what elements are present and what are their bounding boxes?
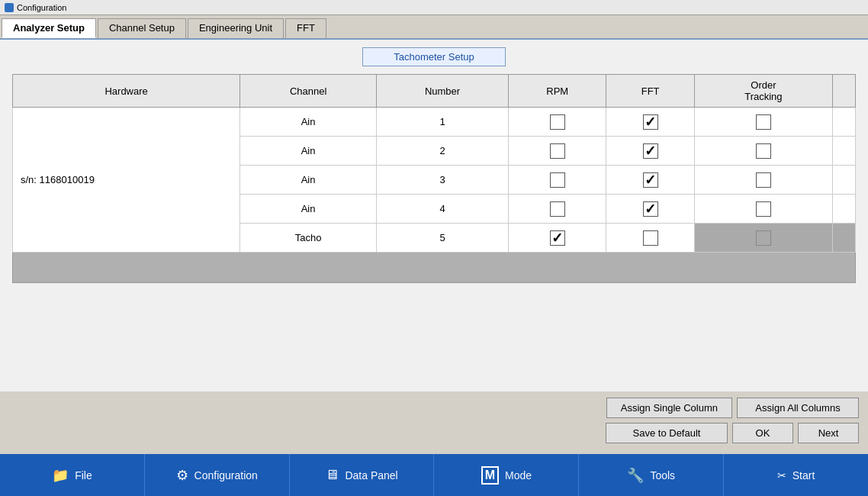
col-channel: Channel bbox=[240, 75, 377, 108]
content-area: Analyzer Setup Channel Setup Engineering… bbox=[0, 15, 868, 454]
fft-checkbox[interactable] bbox=[643, 114, 658, 130]
tab-channel-setup[interactable]: Channel Setup bbox=[98, 18, 186, 38]
cell-channel: Ain bbox=[240, 195, 377, 224]
taskbar-start[interactable]: ✂ Start bbox=[724, 454, 868, 496]
cell-number: 5 bbox=[376, 224, 508, 253]
cell-channel: Ain bbox=[240, 166, 377, 195]
cell-fft[interactable] bbox=[606, 224, 694, 253]
cell-order-tracking[interactable] bbox=[694, 108, 832, 137]
tab-bar: Analyzer Setup Channel Setup Engineering… bbox=[0, 15, 868, 40]
cell-order-tracking[interactable] bbox=[694, 224, 832, 253]
col-extra bbox=[833, 75, 856, 108]
taskbar-tools[interactable]: 🔧 Tools bbox=[579, 454, 724, 496]
cell-channel: Tacho bbox=[240, 224, 377, 253]
rpm-checkbox[interactable] bbox=[550, 114, 565, 130]
ok-button[interactable]: OK bbox=[732, 423, 793, 443]
assign-single-column-button[interactable]: Assign Single Column bbox=[606, 398, 732, 418]
cell-rpm[interactable] bbox=[509, 195, 606, 224]
taskbar-file[interactable]: 📁 File bbox=[0, 454, 145, 496]
col-rpm: RPM bbox=[509, 75, 606, 108]
cell-channel: Ain bbox=[240, 137, 377, 166]
cell-extra bbox=[833, 137, 856, 166]
save-to-default-button[interactable]: Save to Default bbox=[606, 423, 728, 443]
tachometer-setup-button[interactable]: Tachometer Setup bbox=[362, 47, 506, 66]
cell-extra bbox=[833, 108, 856, 137]
cell-number: 3 bbox=[376, 166, 508, 195]
title-bar-icon bbox=[5, 3, 14, 12]
cell-extra bbox=[833, 195, 856, 224]
btn-row-1: Assign Single Column Assign All Columns bbox=[9, 398, 859, 418]
cell-fft[interactable] bbox=[606, 108, 694, 137]
order-tracking-checkbox[interactable] bbox=[756, 114, 771, 130]
taskbar-data-panel[interactable]: 🖥 Data Panel bbox=[290, 454, 435, 496]
mode-icon: M bbox=[481, 466, 499, 485]
next-button[interactable]: Next bbox=[798, 423, 859, 443]
cell-rpm[interactable] bbox=[509, 108, 606, 137]
main-content: Tachometer Setup Hardware Channel Number… bbox=[0, 40, 868, 391]
taskbar-configuration-label: Configuration bbox=[194, 469, 258, 482]
cell-fft[interactable] bbox=[606, 166, 694, 195]
taskbar-configuration[interactable]: ⚙ Configuration bbox=[145, 454, 290, 496]
cell-number: 2 bbox=[376, 137, 508, 166]
col-fft: FFT bbox=[606, 75, 694, 108]
cell-order-tracking[interactable] bbox=[694, 137, 832, 166]
tab-analyzer-setup[interactable]: Analyzer Setup bbox=[2, 18, 96, 38]
cell-fft[interactable] bbox=[606, 195, 694, 224]
col-order-tracking: Order Tracking bbox=[694, 75, 832, 108]
taskbar-start-label: Start bbox=[792, 469, 815, 482]
taskbar-file-label: File bbox=[75, 469, 92, 482]
cell-rpm[interactable] bbox=[509, 166, 606, 195]
cell-channel: Ain bbox=[240, 108, 377, 137]
tab-engineering-unit[interactable]: Engineering Unit bbox=[188, 18, 284, 38]
table-row: s/n: 1168010019Ain1 bbox=[13, 108, 856, 137]
order-tracking-checkbox[interactable] bbox=[756, 201, 771, 217]
cell-number: 4 bbox=[376, 195, 508, 224]
tab-fft[interactable]: FFT bbox=[285, 18, 326, 38]
order-tracking-checkbox[interactable] bbox=[756, 172, 771, 188]
cell-order-tracking[interactable] bbox=[694, 166, 832, 195]
buttons-area: Assign Single Column Assign All Columns … bbox=[0, 391, 868, 454]
assign-all-columns-button[interactable]: Assign All Columns bbox=[737, 398, 859, 418]
cell-extra bbox=[833, 224, 856, 253]
order-tracking-checkbox[interactable] bbox=[756, 143, 771, 159]
col-hardware: Hardware bbox=[13, 75, 240, 108]
cell-fft[interactable] bbox=[606, 137, 694, 166]
rpm-checkbox[interactable] bbox=[550, 230, 565, 246]
btn-row-2: Save to Default OK Next bbox=[9, 423, 859, 443]
cell-order-tracking[interactable] bbox=[694, 195, 832, 224]
channel-table: Hardware Channel Number RPM FFT Order Tr… bbox=[12, 74, 856, 253]
taskbar-mode-label: Mode bbox=[505, 469, 532, 482]
taskbar: 📁 File ⚙ Configuration 🖥 Data Panel M Mo… bbox=[0, 454, 868, 496]
data-panel-icon: 🖥 bbox=[325, 467, 339, 483]
fft-checkbox[interactable] bbox=[643, 172, 658, 188]
rpm-checkbox[interactable] bbox=[550, 172, 565, 188]
fft-checkbox[interactable] bbox=[643, 201, 658, 217]
start-icon: ✂ bbox=[777, 469, 786, 482]
gray-spacer bbox=[12, 253, 856, 283]
title-bar: Configuration bbox=[0, 0, 868, 15]
tachometer-setup-wrapper: Tachometer Setup bbox=[12, 47, 856, 66]
col-number: Number bbox=[376, 75, 508, 108]
file-icon: 📁 bbox=[52, 467, 69, 484]
order-tracking-checkbox bbox=[756, 230, 771, 246]
rpm-checkbox[interactable] bbox=[550, 201, 565, 217]
fft-checkbox[interactable] bbox=[643, 143, 658, 159]
cell-rpm[interactable] bbox=[509, 224, 606, 253]
cell-number: 1 bbox=[376, 108, 508, 137]
fft-checkbox[interactable] bbox=[643, 230, 658, 246]
cell-rpm[interactable] bbox=[509, 137, 606, 166]
title-bar-text: Configuration bbox=[17, 3, 66, 12]
taskbar-mode[interactable]: M Mode bbox=[434, 454, 579, 496]
taskbar-data-panel-label: Data Panel bbox=[345, 469, 397, 482]
rpm-checkbox[interactable] bbox=[550, 143, 565, 159]
cell-extra bbox=[833, 166, 856, 195]
tools-icon: 🔧 bbox=[627, 467, 644, 484]
cell-hardware: s/n: 1168010019 bbox=[13, 108, 240, 253]
configuration-icon: ⚙ bbox=[176, 467, 188, 484]
taskbar-tools-label: Tools bbox=[650, 469, 675, 482]
